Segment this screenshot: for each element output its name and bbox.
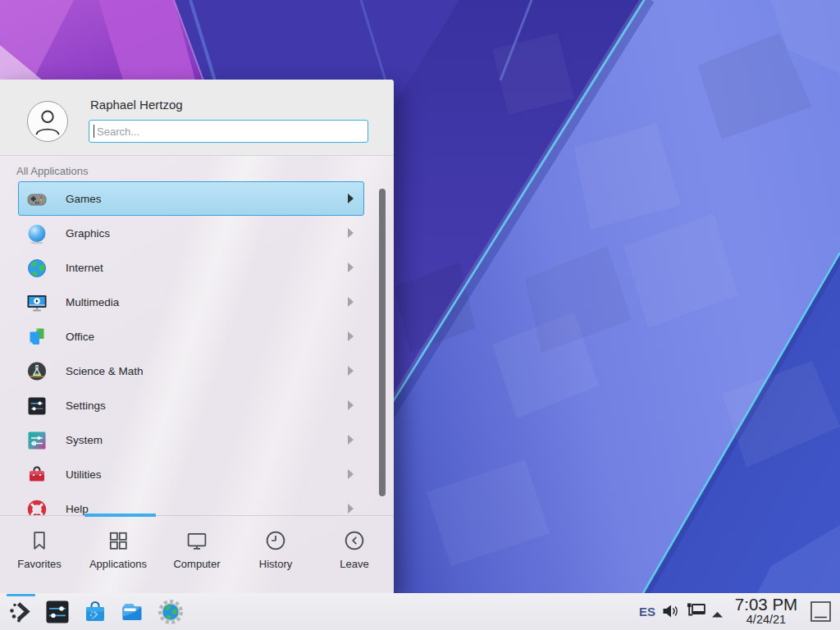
konqueror-icon[interactable] xyxy=(158,599,184,625)
utilities-icon xyxy=(25,463,48,486)
category-settings[interactable]: Settings xyxy=(18,388,364,422)
submenu-arrow-icon xyxy=(348,435,354,445)
dolphin-icon[interactable] xyxy=(119,599,145,625)
search-input[interactable] xyxy=(89,120,368,143)
category-games[interactable]: Games xyxy=(18,181,364,216)
application-launcher-menu: Raphael Hertzog All Applications xyxy=(0,80,394,593)
tab-computer[interactable]: Computer xyxy=(158,516,236,593)
category-graphics[interactable]: Graphics xyxy=(18,216,364,250)
favorites-icon xyxy=(27,528,52,553)
category-science-math[interactable]: Science & Math xyxy=(18,354,364,388)
section-label: All Applications xyxy=(16,165,88,177)
clock-date: 4/24/21 xyxy=(728,614,804,626)
keyboard-layout-indicator[interactable]: ES xyxy=(639,593,655,630)
settings-icon xyxy=(25,395,48,418)
multimedia-icon xyxy=(25,291,48,314)
text-cursor xyxy=(94,125,94,138)
category-system[interactable]: System xyxy=(18,422,364,457)
active-tab-indicator xyxy=(84,514,156,517)
history-icon xyxy=(263,528,288,553)
computer-icon xyxy=(185,528,209,553)
list-scrollbar[interactable] xyxy=(379,189,386,496)
launcher-header: Raphael Hertzog xyxy=(0,80,394,156)
category-list: Games Graphics xyxy=(0,181,394,515)
category-help[interactable]: Help xyxy=(18,491,364,515)
user-name: Raphael Hertzog xyxy=(90,98,183,112)
category-internet[interactable]: Internet xyxy=(18,250,364,285)
volume-icon[interactable] xyxy=(661,603,680,619)
office-icon xyxy=(25,326,48,349)
user-icon xyxy=(28,102,67,141)
category-office[interactable]: Office xyxy=(18,319,364,354)
submenu-arrow-icon xyxy=(348,297,354,307)
help-icon xyxy=(25,498,48,515)
tab-history[interactable]: History xyxy=(236,516,315,593)
network-wired-icon[interactable] xyxy=(685,601,707,622)
category-multimedia[interactable]: Multimedia xyxy=(18,285,364,319)
internet-icon xyxy=(25,257,48,280)
digital-clock[interactable]: 7:03 PM 4/24/21 xyxy=(728,596,804,626)
applications-icon xyxy=(106,528,130,553)
tab-applications[interactable]: Applications xyxy=(79,516,158,593)
games-icon xyxy=(25,188,48,211)
tab-leave[interactable]: Leave xyxy=(315,516,394,593)
launcher-tab-bar: Favorites Applications xyxy=(0,515,394,593)
desktop: Raphael Hertzog All Applications xyxy=(0,0,840,630)
submenu-arrow-icon xyxy=(348,469,354,479)
taskbar: ES 7:03 PM 4/24/21 xyxy=(0,593,840,630)
tab-favorites[interactable]: Favorites xyxy=(0,516,79,593)
search-field-wrap xyxy=(89,120,368,143)
system-settings-icon[interactable] xyxy=(44,599,71,625)
submenu-arrow-icon xyxy=(348,262,354,272)
submenu-arrow-icon xyxy=(348,400,354,410)
expand-tray-icon[interactable] xyxy=(710,607,724,615)
avatar[interactable] xyxy=(27,101,68,142)
submenu-arrow-icon xyxy=(348,228,354,238)
category-utilities[interactable]: Utilities xyxy=(18,457,364,491)
discover-icon[interactable] xyxy=(82,599,108,625)
system-icon xyxy=(25,429,48,452)
leave-icon xyxy=(342,528,367,553)
launcher-active-indicator xyxy=(7,594,35,596)
submenu-arrow-icon xyxy=(348,504,354,514)
clock-time: 7:03 PM xyxy=(728,596,804,614)
show-desktop-button[interactable] xyxy=(810,600,832,623)
submenu-arrow-icon xyxy=(348,366,354,376)
graphics-icon xyxy=(25,222,48,245)
submenu-arrow-icon xyxy=(348,194,354,203)
science-icon xyxy=(25,360,48,383)
kde-launcher-icon[interactable] xyxy=(7,599,34,625)
submenu-arrow-icon xyxy=(348,331,354,341)
